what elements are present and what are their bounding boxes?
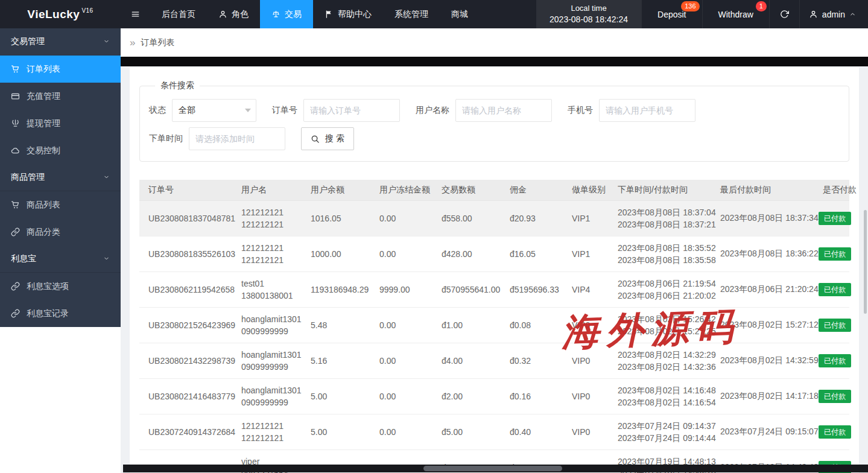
search-icon: [311, 135, 320, 144]
nav-item-home[interactable]: 后台首页: [150, 0, 207, 28]
pay-time: 2023年08月08日 18:35:58: [618, 254, 706, 266]
nav-item-roles[interactable]: 角色: [207, 0, 260, 28]
sidebar-item-label: 商品分类: [27, 227, 60, 238]
username-line2: 121212121: [241, 254, 297, 266]
chevron-up-icon: [849, 11, 856, 17]
section-label: 商品管理: [11, 172, 45, 183]
cell-last-pay-time: 2023年08月02日 15:27:12: [711, 307, 814, 343]
breadcrumb-bar: » 订单列表: [121, 28, 868, 57]
sidebar-item-product-list[interactable]: 商品列表: [0, 191, 121, 218]
local-time-label: Local time: [571, 3, 606, 14]
cell-paid-status: 已付款: [814, 307, 849, 343]
nav-label: 交易: [285, 9, 302, 20]
section-label: 交易管理: [11, 36, 45, 47]
vertical-scrollbar-thumb[interactable]: [864, 210, 867, 314]
col-commission: 佣金: [501, 180, 563, 200]
cell-trade-amount: đ558.00: [432, 200, 501, 236]
sidebar-item-recharge[interactable]: 充值管理: [0, 83, 121, 110]
sidebar-item-interest-records[interactable]: 利息宝记录: [0, 300, 121, 327]
table-row: UB2308021526423969 hoanglamit1301 090999…: [139, 307, 849, 343]
sidebar-section-interest-treasure[interactable]: 利息宝: [0, 246, 121, 273]
tab-strip: [121, 57, 868, 66]
sidebar-item-label: 利息宝选项: [27, 281, 69, 292]
username-line2: 0909999999: [241, 361, 297, 373]
brand-version: V16: [81, 7, 93, 14]
refresh-button[interactable]: [769, 0, 799, 28]
cell-trade-amount: đ1.00: [432, 307, 501, 343]
phone-input[interactable]: [599, 99, 695, 122]
cloud-icon: [11, 146, 20, 155]
col-paid-status: 是否付款: [814, 180, 849, 200]
col-vip-level: 做单级别: [563, 180, 609, 200]
cell-last-pay-time: 2023年08月06日 21:20:24: [711, 271, 814, 307]
order-time: 2023年07月24日 09:14:37: [618, 420, 706, 432]
admin-menu[interactable]: admin: [799, 0, 868, 28]
cell-last-pay-time: 2023年08月02日 14:17:18: [711, 378, 814, 414]
horizontal-scrollbar[interactable]: [123, 465, 868, 472]
withdraw-button[interactable]: Withdraw 1: [702, 0, 769, 28]
status-filter: 状态 全部: [149, 99, 256, 122]
nav-item-mall[interactable]: 商城: [440, 0, 480, 28]
main-content: 条件搜索 状态 全部 订单号 用户名称 手: [121, 66, 868, 473]
cell-balance: 5.00: [302, 414, 370, 449]
paid-status-badge: 已付款: [819, 247, 851, 261]
sidebar-item-product-category[interactable]: 商品分类: [0, 218, 121, 246]
col-order-pay-time: 下单时间/付款时间: [609, 180, 711, 200]
cell-order-pay-time: 2023年07月24日 09:14:37 2023年07月24日 09:14:4…: [609, 414, 711, 449]
menu-toggle-button[interactable]: [121, 0, 150, 28]
table-row: UB2308081837048781 121212121 121212121 1…: [139, 200, 849, 236]
page-title: 订单列表: [141, 37, 174, 48]
horizontal-scrollbar-thumb[interactable]: [423, 466, 562, 471]
cell-order-no: UB2308081837048781: [139, 200, 232, 236]
cell-balance: 5.00: [302, 378, 370, 414]
paid-status-badge: 已付款: [819, 354, 851, 367]
sidebar-item-order-list[interactable]: 订单列表: [0, 56, 121, 83]
table-row: UB2308021416483779 hoanglamit1301 090999…: [139, 378, 849, 414]
cell-paid-status: 已付款: [814, 343, 849, 378]
sidebar-item-trade-control[interactable]: 交易控制: [0, 137, 121, 164]
deposit-button[interactable]: Deposit 136: [641, 0, 702, 28]
cell-username: test01 13800138001: [232, 271, 302, 307]
status-select[interactable]: 全部: [172, 99, 256, 122]
pay-time: 2023年08月06日 21:20:02: [618, 290, 706, 302]
cell-username: 121212121 121212121: [232, 236, 302, 271]
nav-item-trade[interactable]: 交易: [260, 0, 313, 28]
search-panel-legend: 条件搜索: [155, 80, 200, 91]
status-select-value: 全部: [172, 99, 256, 122]
cell-paid-status: 已付款: [814, 200, 849, 236]
nav-label: 角色: [232, 9, 249, 20]
col-username: 用户名: [232, 180, 302, 200]
order-time-filter: 下单时间: [149, 127, 285, 150]
sidebar-item-interest-options[interactable]: 利息宝选项: [0, 273, 121, 300]
sidebar-section-trade-management[interactable]: 交易管理: [0, 28, 121, 56]
nav-label: 商城: [451, 9, 468, 20]
username-line1: hoanglamit1301: [241, 384, 297, 396]
cell-last-pay-time: 2023年08月08日 18:37:34: [711, 200, 814, 236]
sidebar-section-product-management[interactable]: 商品管理: [0, 164, 121, 191]
cell-vip-level: VIP0: [563, 307, 609, 343]
cell-vip-level: VIP1: [563, 236, 609, 271]
orders-table: 订单号 用户名 用户余额 用户冻结金额 交易数额 佣金 做单级别 下单时间/付款…: [139, 180, 849, 473]
cell-paid-status: 已付款: [814, 414, 849, 449]
cell-username: 121212121 121212121: [232, 200, 302, 236]
search-button[interactable]: 搜 索: [301, 127, 354, 150]
username-input[interactable]: [455, 99, 552, 122]
order-time: 2023年08月02日 14:32:29: [618, 349, 706, 361]
cell-commission: đ0.08: [501, 307, 563, 343]
cell-vip-level: VIP0: [563, 414, 609, 449]
order-no-input[interactable]: [303, 99, 400, 122]
order-time-input[interactable]: [189, 127, 285, 150]
paid-status-badge: 已付款: [819, 212, 851, 225]
cell-order-pay-time: 2023年08月02日 14:32:29 2023年08月02日 14:32:3…: [609, 343, 711, 378]
sidebar-item-withdraw-management[interactable]: 提现管理: [0, 110, 121, 137]
nav-item-help-center[interactable]: 帮助中心: [313, 0, 383, 28]
withdraw-label: Withdraw: [718, 10, 753, 19]
cell-frozen: 0.00: [370, 307, 432, 343]
pay-time: 2023年08月02日 14:32:36: [618, 361, 706, 373]
cell-vip-level: VIP1: [563, 200, 609, 236]
admin-name: admin: [822, 10, 845, 19]
nav-item-system[interactable]: 系统管理: [383, 0, 440, 28]
phone-label: 手机号: [568, 105, 593, 116]
username-line1: 121212121: [241, 242, 297, 254]
cell-order-pay-time: 2023年08月06日 21:19:54 2023年08月06日 21:20:0…: [609, 271, 711, 307]
